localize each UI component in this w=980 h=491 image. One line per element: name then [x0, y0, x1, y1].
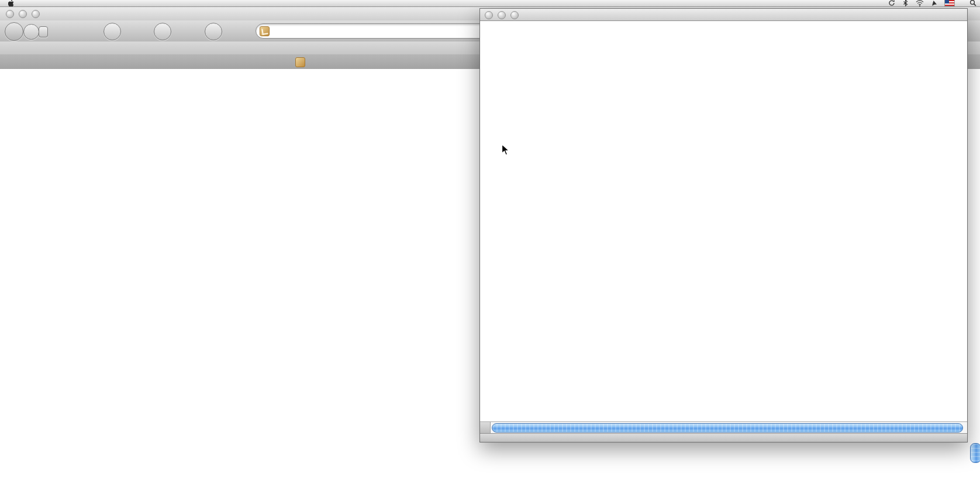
mouse-cursor — [501, 144, 510, 159]
vertical-scrollbar-thumb[interactable] — [970, 443, 980, 463]
spotlight-icon[interactable] — [969, 0, 976, 6]
source-title-bar[interactable] — [480, 9, 967, 21]
refresh-button[interactable] — [103, 23, 121, 40]
minimize-button[interactable] — [498, 11, 506, 19]
menu-app-name[interactable] — [17, 2, 29, 4]
forward-button[interactable] — [23, 24, 39, 40]
close-button[interactable] — [485, 11, 493, 19]
menu-bar — [0, 0, 980, 7]
arrow-icon[interactable] — [931, 0, 937, 6]
horizontal-scrollbar[interactable] — [480, 421, 967, 433]
close-button[interactable] — [6, 10, 14, 18]
horizontal-scrollbar-thumb[interactable] — [492, 423, 963, 433]
source-code — [480, 20, 967, 422]
apple-icon[interactable] — [8, 0, 15, 7]
zoom-button[interactable] — [32, 10, 40, 18]
us-flag-icon[interactable] — [945, 0, 954, 6]
wifi-icon[interactable] — [916, 0, 924, 6]
back-button[interactable] — [5, 22, 23, 41]
back-history-dropdown[interactable] — [39, 26, 48, 37]
home-button[interactable] — [205, 23, 222, 40]
view-source-window — [479, 8, 968, 442]
bluetooth-icon[interactable] — [903, 0, 908, 7]
minimize-button[interactable] — [19, 10, 27, 18]
scrollbar-corner — [480, 422, 491, 433]
zoom-button[interactable] — [510, 11, 519, 19]
site-favicon-icon[interactable] — [260, 26, 270, 36]
source-status-bar — [480, 433, 967, 442]
quill-icon[interactable] — [295, 57, 305, 67]
stop-button[interactable] — [154, 23, 171, 40]
sync-icon[interactable] — [888, 0, 895, 6]
